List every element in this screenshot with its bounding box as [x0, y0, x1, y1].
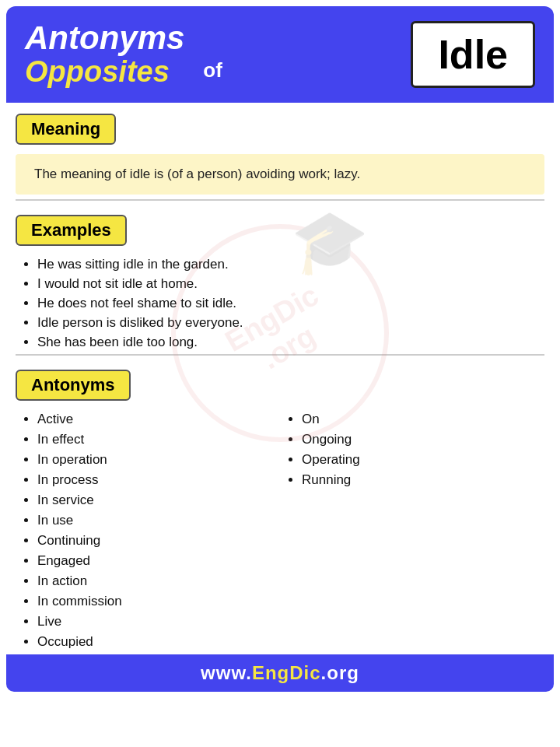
- list-item: In service: [37, 493, 280, 508]
- opposites-heading: Opposites: [25, 56, 184, 89]
- list-item: In use: [37, 513, 280, 528]
- list-item: In effect: [37, 432, 280, 447]
- meaning-text: The meaning of idle is (of a person) avo…: [16, 154, 544, 195]
- divider-2: [16, 354, 544, 356]
- meaning-section: Meaning The meaning of idle is (of a per…: [6, 103, 554, 195]
- footer: www.EngDic.org: [6, 654, 554, 692]
- list-item: Engaged: [37, 553, 280, 569]
- list-item: She has been idle too long.: [37, 335, 544, 350]
- list-item: In action: [37, 573, 280, 589]
- list-item: In commission: [37, 594, 280, 609]
- list-item: In operation: [37, 452, 280, 468]
- antonyms-section: Antonyms ActiveIn effectIn operationIn p…: [6, 359, 554, 654]
- word-box: Idle: [411, 21, 535, 88]
- list-item: He was sitting idle in the garden.: [37, 257, 544, 272]
- list-item: Active: [37, 412, 280, 427]
- header: Antonyms Opposites of Idle: [6, 6, 554, 103]
- list-item: Operating: [302, 452, 544, 468]
- content: Meaning The meaning of idle is (of a per…: [6, 103, 554, 654]
- list-item: Occupied: [37, 634, 280, 650]
- examples-section: Examples He was sitting idle in the gard…: [6, 204, 554, 350]
- list-item: Running: [302, 472, 544, 488]
- examples-label: Examples: [16, 215, 127, 246]
- antonyms-columns: ActiveIn effectIn operationIn processIn …: [16, 412, 544, 654]
- footer-text: www.EngDic.org: [6, 662, 554, 684]
- list-item: On: [302, 412, 544, 427]
- list-item: He does not feel shame to sit idle.: [37, 296, 544, 311]
- antonyms-col2: OnOngoingOperatingRunning: [280, 412, 544, 654]
- list-item: Ongoing: [302, 432, 544, 447]
- list-item: In process: [37, 472, 280, 488]
- examples-list: He was sitting idle in the garden.I woul…: [16, 257, 544, 350]
- list-item: Continuing: [37, 533, 280, 549]
- meaning-label: Meaning: [16, 114, 116, 145]
- header-left: Antonyms Opposites: [25, 20, 184, 89]
- antonyms-heading: Antonyms: [25, 20, 184, 56]
- footer-highlight: EngDic: [252, 662, 321, 683]
- antonyms-label: Antonyms: [16, 370, 131, 401]
- of-label: of: [203, 58, 222, 89]
- divider-1: [16, 199, 544, 201]
- list-item: Idle person is disliked by everyone.: [37, 315, 544, 331]
- list-item: I would not sit idle at home.: [37, 276, 544, 292]
- list-item: Live: [37, 614, 280, 630]
- antonyms-col1: ActiveIn effectIn operationIn processIn …: [16, 412, 280, 654]
